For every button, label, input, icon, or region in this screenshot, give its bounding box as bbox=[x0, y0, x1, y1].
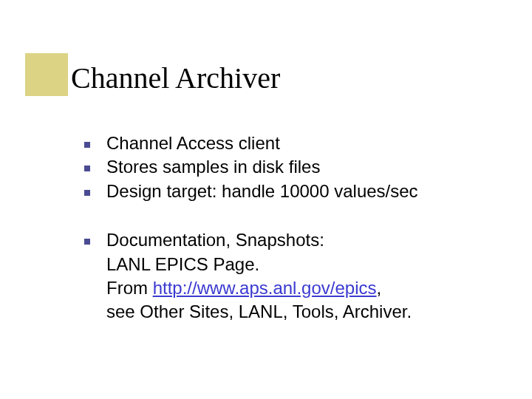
accent-square bbox=[25, 53, 68, 96]
list-item: Documentation, Snapshots: LANL EPICS Pag… bbox=[84, 228, 510, 324]
square-bullet-icon bbox=[84, 239, 90, 245]
slide-body: Channel Access client Stores samples in … bbox=[84, 132, 510, 349]
list-item-text: Stores samples in disk files bbox=[106, 155, 510, 179]
bullet-group: Channel Access client Stores samples in … bbox=[84, 132, 510, 203]
list-item: Stores samples in disk files bbox=[84, 155, 510, 179]
slide: Channel Archiver Channel Access client S… bbox=[0, 0, 532, 399]
list-item-text: Documentation, Snapshots: LANL EPICS Pag… bbox=[106, 228, 510, 324]
list-item-text: Design target: handle 10000 values/sec bbox=[106, 180, 510, 203]
list-item: Design target: handle 10000 values/sec bbox=[84, 180, 510, 203]
square-bullet-icon bbox=[84, 190, 90, 196]
slide-title: Channel Archiver bbox=[71, 61, 280, 95]
square-bullet-icon bbox=[84, 166, 90, 171]
epics-link[interactable]: http://www.aps.anl.gov/epics bbox=[153, 278, 377, 298]
list-item: Channel Access client bbox=[84, 132, 510, 155]
square-bullet-icon bbox=[84, 142, 90, 148]
bullet-group: Documentation, Snapshots: LANL EPICS Pag… bbox=[84, 228, 510, 324]
list-item-text: Channel Access client bbox=[106, 132, 510, 155]
